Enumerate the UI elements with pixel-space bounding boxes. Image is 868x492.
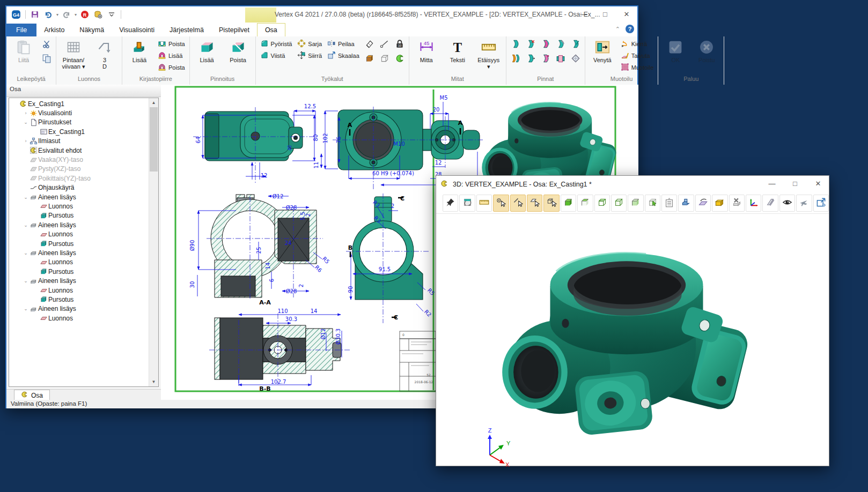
button-box-orange[interactable]: [363, 53, 377, 66]
minimize-button[interactable]: —: [573, 6, 594, 23]
expander-icon[interactable]: ›: [23, 110, 29, 116]
button-venytä[interactable]: Venytä: [587, 38, 617, 73]
tree-item-luonnos[interactable]: Luonnos: [9, 229, 149, 238]
tree-item-aineen-lis-ys[interactable]: ⌄ Aineen lisäys: [9, 304, 149, 314]
tree-item-piirustukset[interactable]: ⌄ Piirustukset: [9, 118, 149, 127]
tab-osa[interactable]: Osa: [14, 390, 50, 400]
help-icon[interactable]: ?: [626, 25, 634, 33]
tree-item-ohjausk-yr-[interactable]: Ohjauskäyrä: [9, 183, 149, 192]
db-settings-button[interactable]: [93, 9, 104, 20]
button-sarja[interactable]: Sarja: [295, 38, 324, 49]
button-muotoile[interactable]: Muotoile: [619, 62, 656, 73]
tree-item-luonnos[interactable]: Luonnos: [9, 258, 149, 267]
dropdown-arrow-icon[interactable]: ▾: [56, 12, 58, 17]
tool-fly[interactable]: [796, 195, 812, 212]
titlebar[interactable]: G4▾▾R Vertex G4 2021 / 27.0.08 (beta) (r…: [6, 6, 637, 23]
scroll-up-icon[interactable]: ▲: [149, 98, 158, 107]
button-etäisyys[interactable]: Etäisyys ▾: [474, 38, 504, 73]
tree-item-luonnos[interactable]: Luonnos: [9, 314, 149, 323]
vertex-r-button[interactable]: R: [79, 9, 90, 20]
tool-cube-shaded[interactable]: [628, 195, 643, 212]
tool-attach[interactable]: [762, 195, 778, 212]
redo-button[interactable]: [61, 9, 72, 20]
button-face-8[interactable]: [539, 53, 553, 66]
tab-pistepilvet[interactable]: Pistepilvet: [211, 24, 257, 36]
button-poistu[interactable]: Poistu: [692, 38, 722, 73]
button-liitä[interactable]: Liitä: [9, 38, 39, 73]
tool-pick-solid[interactable]: [543, 195, 559, 212]
expander-icon[interactable]: ⌄: [23, 195, 29, 200]
tab-file[interactable]: File: [6, 24, 36, 36]
viewport-3d[interactable]: Z Y X: [436, 213, 829, 466]
button-poista[interactable]: Poista: [156, 38, 187, 49]
g4-logo-button[interactable]: G4: [11, 9, 21, 20]
scroll-thumb[interactable]: [150, 107, 158, 172]
expander-icon[interactable]: ⌄: [23, 306, 29, 311]
button-lisää[interactable]: Lisää: [124, 38, 155, 73]
button-peilaa[interactable]: Peilaa: [325, 38, 362, 49]
button-face-3[interactable]: [539, 38, 553, 52]
button-pyöristä[interactable]: Pyöristä: [258, 38, 295, 49]
button-erase[interactable]: [363, 38, 377, 52]
button-part-c[interactable]: [393, 53, 407, 66]
tool-export[interactable]: [813, 195, 829, 212]
button-taivuta[interactable]: Taivuta: [619, 50, 656, 61]
tab-arkisto[interactable]: Arkisto: [36, 24, 72, 36]
button-teksti[interactable]: TTeksti: [443, 38, 473, 73]
tree-item-esivalitut-ehdot[interactable]: Esivalitut ehdot: [9, 146, 149, 155]
tree-item-ex-casting1[interactable]: Ex_Casting1: [9, 99, 149, 108]
button-ok[interactable]: OK: [660, 38, 690, 73]
tree-item-ex-casting1[interactable]: Ex_Casting1: [9, 127, 149, 136]
tool-eye[interactable]: [779, 195, 795, 212]
maximize-button[interactable]: □: [784, 176, 806, 192]
tool-pick-center[interactable]: [493, 195, 509, 212]
button-mitta[interactable]: 45Mitta: [411, 38, 442, 73]
button-scissors[interactable]: [40, 38, 54, 52]
tab-järjestelmä[interactable]: Järjestelmä: [162, 24, 211, 36]
ribbon-collapse-icon[interactable]: ⌃: [615, 26, 620, 33]
expander-icon[interactable]: ⌄: [23, 222, 29, 228]
tool-cube-hollow[interactable]: [611, 195, 627, 212]
button-pintaan/[interactable]: Pintaan/ viivaan ▾: [58, 38, 89, 73]
button-3[interactable]: 3 D: [90, 38, 120, 73]
tree-item-aineen-lis-ys[interactable]: ⌄ Aineen lisäys: [9, 276, 149, 285]
tool-cube-top[interactable]: [577, 195, 593, 212]
button-lock-dims[interactable]: 10: [393, 38, 407, 52]
close-button[interactable]: ✕: [807, 176, 829, 192]
button-face-1[interactable]: [509, 38, 523, 52]
button-copy[interactable]: [40, 53, 54, 66]
button-poista[interactable]: Poista: [223, 38, 253, 73]
tree-item-luonnos[interactable]: Luonnos: [9, 202, 149, 211]
dropdown-arrow-icon[interactable]: ▾: [75, 12, 77, 17]
button-face-6[interactable]: [509, 53, 523, 66]
tree-scrollbar[interactable]: ▲ ▼: [149, 98, 158, 386]
tool-pick-face[interactable]: [527, 195, 542, 212]
button-face-9[interactable]: [554, 53, 568, 66]
tree-item-pursotus[interactable]: Pursotus: [9, 211, 149, 220]
button-face-4[interactable]: [554, 38, 568, 52]
tool-drawer[interactable]: [712, 195, 727, 212]
tool-measure[interactable]: [476, 195, 492, 212]
tool-cube-solid[interactable]: [561, 195, 576, 212]
tab-osa[interactable]: Osa: [257, 23, 285, 36]
button-face-5[interactable]: [569, 38, 583, 52]
tool-pin[interactable]: [443, 195, 458, 212]
tree-item-ilmiasut[interactable]: › Ilmiasut: [9, 137, 149, 146]
qat-more-button[interactable]: [106, 9, 117, 20]
save-button[interactable]: [30, 9, 40, 20]
button-viistä[interactable]: Viistä: [258, 50, 295, 61]
tree-item-aineen-lis-ys[interactable]: ⌄ Aineen lisäys: [9, 192, 149, 202]
tree-item-pursotus[interactable]: Pursotus: [9, 295, 149, 304]
maximize-button[interactable]: □: [594, 6, 616, 23]
button-measure-line[interactable]: [378, 38, 392, 52]
button-lisää[interactable]: Lisää: [192, 38, 222, 73]
button-face-10[interactable]: [569, 53, 583, 66]
tree-item-visualisointi[interactable]: › Visualisointi: [9, 108, 149, 117]
button-skaalaa[interactable]: Skaalaa: [325, 50, 362, 61]
tool-axes[interactable]: [746, 195, 761, 212]
tree-item-luonnos[interactable]: Luonnos: [9, 286, 149, 295]
expander-icon[interactable]: ›: [23, 138, 29, 144]
tool-sketch-plane[interactable]: [695, 195, 711, 212]
tab-visualisointi[interactable]: Visualisointi: [112, 24, 162, 36]
tree-item-aineen-lis-ys[interactable]: ⌄ Aineen lisäys: [9, 248, 149, 257]
